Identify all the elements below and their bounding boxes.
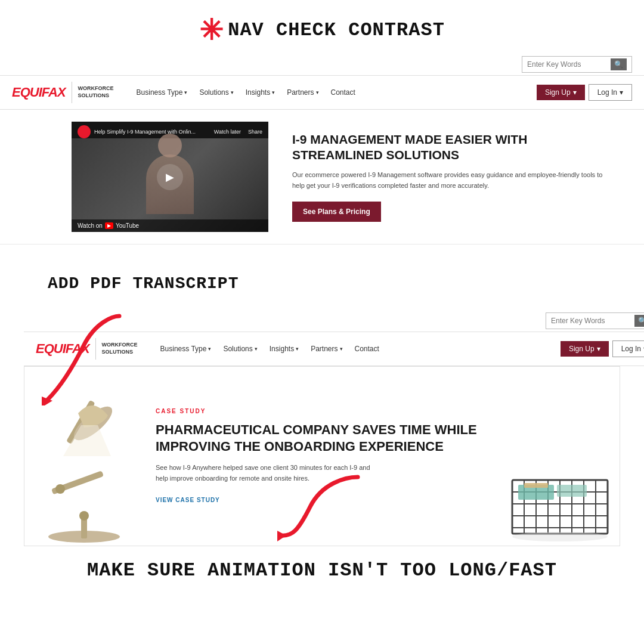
search-container-2: 🔍 [546, 312, 644, 329]
video-bottom-bar: Watch on ▶ YouTube [72, 219, 268, 232]
nav-links-2: Business Type ▾ Solutions ▾ Insights ▾ P… [156, 342, 561, 355]
search-button-1[interactable]: 🔍 [611, 58, 627, 70]
youtube-circle-icon [78, 125, 91, 138]
workforce-logo-1: WORKFORCE SOLUTIONS [78, 85, 114, 99]
section1-hero: Help Simplify I-9 Management with Onlin.… [0, 110, 644, 244]
chevron-down-icon: ▾ [340, 346, 343, 352]
view-case-study-link[interactable]: View Case Study [156, 497, 220, 503]
top-annotation-text: Nav check contrast [228, 19, 445, 41]
watch-later-label: Watch later [214, 129, 241, 135]
video-thumbnail[interactable]: Help Simplify I-9 Management with Onlin.… [72, 122, 268, 232]
share-label: Share [248, 129, 262, 135]
navbar1-main: EQUIFAX WORKFORCE SOLUTIONS Business Typ… [0, 76, 644, 109]
chevron-down-icon: ▾ [573, 88, 577, 97]
nav-solutions-1[interactable]: Solutions ▾ [194, 86, 238, 99]
nav-actions-2: Sign Up ▾ Log In ▾ [561, 340, 644, 357]
section1-heading: I-9 Management Made Easier with Streamli… [292, 132, 608, 163]
equifax-logo-1[interactable]: EQUIFAX [12, 85, 66, 100]
logo-divider-1 [72, 82, 72, 103]
basket-icon [506, 450, 614, 546]
chevron-down-icon: ▾ [620, 88, 623, 97]
arrow-2-icon [36, 310, 131, 405]
arrow-1-icon [274, 471, 370, 543]
chevron-down-icon: ▾ [255, 346, 258, 352]
plans-pricing-button[interactable]: See Plans & Pricing [292, 202, 381, 222]
basket-area [500, 367, 620, 546]
top-annotation-row: ✳ Nav check contrast [0, 0, 644, 54]
svg-point-21 [512, 532, 608, 541]
chevron-down-icon: ▾ [231, 89, 234, 95]
case-label: Case Study [156, 408, 488, 414]
svg-point-7 [55, 484, 65, 494]
asterisk-icon: ✳ [199, 13, 223, 47]
video-actions: Watch later Share [214, 129, 262, 135]
chevron-down-icon: ▾ [184, 89, 187, 95]
youtube-logo: Watch on ▶ YouTube [78, 222, 139, 229]
chevron-down-icon: ▾ [272, 89, 275, 95]
svg-point-5 [79, 511, 89, 521]
video-head [158, 134, 182, 157]
section1-text-area: I-9 Management Made Easier with Streamli… [292, 132, 608, 222]
svg-marker-0 [277, 531, 286, 541]
video-title: Help Simplify I-9 Management with Onlin.… [94, 129, 214, 135]
search-button-2[interactable]: 🔍 [634, 315, 644, 327]
svg-rect-23 [557, 485, 587, 497]
middle-annotation-text: Add PDF Transcript [48, 274, 239, 293]
nav-contact-1[interactable]: Contact [326, 86, 360, 99]
nav-partners-2[interactable]: Partners ▾ [306, 342, 347, 355]
signup-button-1[interactable]: Sign Up ▾ [537, 85, 585, 100]
nav-contact-2[interactable]: Contact [350, 342, 384, 355]
search-input-2[interactable] [551, 317, 634, 325]
youtube-icon: ▶ [105, 222, 113, 229]
nav-partners-1[interactable]: Partners ▾ [282, 86, 323, 99]
svg-rect-24 [524, 483, 548, 488]
search-input-1[interactable] [527, 60, 611, 69]
logo-area-1: EQUIFAX WORKFORCE SOLUTIONS [12, 82, 114, 103]
video-play-button[interactable]: ▶ [157, 164, 183, 190]
nav-actions-1: Sign Up ▾ Log In ▾ [537, 84, 632, 101]
bottom-annotation-area: Make sure animation isn't too long/fast [0, 546, 644, 587]
chevron-down-icon: ▾ [296, 346, 299, 352]
nav-insights-2[interactable]: Insights ▾ [265, 342, 304, 355]
nav-solutions-2[interactable]: Solutions ▾ [218, 342, 262, 355]
case-heading: Pharmaceutical Company Saves Time While … [156, 422, 488, 454]
middle-annotation: Add PDF Transcript [0, 244, 644, 304]
section1-body: Our ecommerce powered I-9 Management sof… [292, 170, 608, 191]
nav-insights-1[interactable]: Insights ▾ [241, 86, 280, 99]
chevron-down-icon: ▾ [208, 346, 211, 352]
nav-business-type-1[interactable]: Business Type ▾ [132, 86, 193, 99]
chevron-down-icon: ▾ [597, 345, 600, 353]
bottom-annotation-text: Make sure animation isn't too long/fast [87, 559, 557, 581]
chevron-down-icon: ▾ [316, 89, 319, 95]
signup-button-2[interactable]: Sign Up ▾ [561, 341, 609, 357]
nav-business-type-2[interactable]: Business Type ▾ [156, 342, 216, 355]
login-button-1[interactable]: Log In ▾ [589, 84, 632, 101]
middle-annotation-area: Add PDF Transcript [0, 244, 644, 310]
login-button-2[interactable]: Log In ▾ [612, 340, 644, 357]
search-container-1: 🔍 [522, 56, 632, 73]
navbar-1: 🔍 EQUIFAX WORKFORCE SOLUTIONS Business T… [0, 54, 644, 110]
navbar1-search-bar: 🔍 [0, 54, 644, 76]
nav-links-1: Business Type ▾ Solutions ▾ Insights ▾ P… [132, 86, 537, 99]
